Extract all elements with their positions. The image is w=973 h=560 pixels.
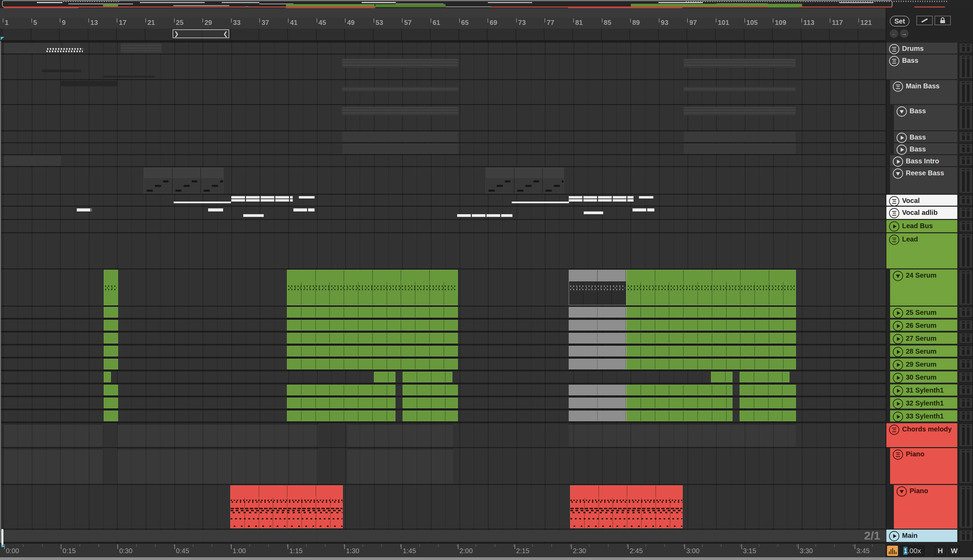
width-zoom-button[interactable]: W (949, 546, 960, 556)
clip[interactable] (104, 359, 118, 369)
clip[interactable] (287, 320, 458, 330)
clip[interactable] (486, 167, 564, 193)
clip[interactable] (626, 307, 796, 318)
fold-closed-icon[interactable] (893, 386, 903, 396)
group-track-icon[interactable] (889, 44, 899, 54)
clip[interactable] (639, 196, 653, 198)
clip[interactable] (47, 48, 83, 50)
group-track-icon[interactable] (889, 208, 899, 218)
fold-closed-icon[interactable] (893, 321, 903, 331)
clip[interactable] (569, 307, 626, 318)
clip[interactable] (287, 359, 458, 369)
clip[interactable] (4, 155, 61, 166)
clip[interactable] (569, 320, 626, 330)
track-header-bass[interactable]: Bass (894, 131, 957, 142)
fold-closed-icon[interactable] (893, 412, 903, 422)
clip[interactable] (42, 70, 81, 72)
track-header-main-bass[interactable]: Main Bass (890, 80, 957, 104)
clip[interactable] (287, 333, 458, 343)
track-header-bass-intro[interactable]: Bass Intro (890, 155, 957, 166)
fold-closed-icon[interactable] (896, 133, 907, 143)
clip[interactable] (294, 208, 315, 212)
track-header-31-sylenth1[interactable]: 31 Sylenth1 (890, 384, 957, 396)
track-row[interactable] (1, 207, 887, 219)
clip[interactable] (347, 423, 453, 447)
clip[interactable] (342, 59, 458, 68)
clip[interactable] (569, 398, 626, 408)
track-header-lead[interactable]: Lead (886, 233, 957, 268)
track-header-33-sylenth1[interactable]: 33 Sylenth1 (890, 410, 957, 422)
clip[interactable] (739, 372, 789, 382)
track-header-vocal-adlib[interactable]: Vocal adlib (886, 207, 957, 219)
clip[interactable] (342, 132, 458, 142)
scrub-area[interactable] (0, 28, 886, 42)
clip[interactable] (739, 398, 796, 408)
track-header-30-serum[interactable]: 30 Serum (890, 372, 957, 383)
clip[interactable] (684, 59, 796, 68)
lock-button[interactable] (935, 16, 951, 25)
set-button[interactable]: Set (890, 16, 910, 27)
track-header-24-serum[interactable]: 24 Serum (890, 270, 957, 306)
clip[interactable] (569, 359, 626, 369)
clip[interactable] (47, 50, 83, 52)
clip[interactable] (104, 333, 118, 343)
arrangement-area[interactable] (0, 41, 887, 543)
clip[interactable] (104, 372, 111, 382)
clip[interactable] (569, 333, 626, 343)
clip[interactable] (231, 199, 293, 202)
clip[interactable] (684, 132, 796, 142)
clip[interactable] (626, 398, 733, 408)
clip[interactable] (633, 208, 654, 212)
time-ruler[interactable]: 0:000:150:300:451:001:151:301:452:002:15… (0, 543, 886, 558)
clip[interactable] (626, 346, 796, 357)
back-arrow-button[interactable]: ← (890, 29, 898, 38)
clip[interactable] (626, 270, 796, 305)
clip[interactable] (287, 307, 458, 318)
clip[interactable] (512, 202, 569, 203)
track-row[interactable] (1, 80, 887, 104)
clip[interactable] (104, 307, 118, 318)
track-header-bass[interactable]: Bass (894, 143, 957, 154)
clip[interactable] (144, 167, 224, 193)
arrangement-overview[interactable] (0, 0, 973, 8)
fold-closed-icon[interactable] (896, 145, 907, 155)
track-header-29-serum[interactable]: 29 Serum (890, 358, 957, 370)
clip[interactable] (230, 485, 343, 528)
clip[interactable] (569, 346, 626, 357)
clip[interactable] (402, 398, 458, 408)
clip[interactable] (684, 107, 796, 115)
loop-brace[interactable]: ❯ ❮ (173, 29, 229, 38)
clip[interactable] (569, 196, 634, 198)
clip[interactable] (342, 87, 458, 92)
track-header-main[interactable]: Main (886, 530, 957, 542)
fold-open-icon[interactable] (896, 107, 907, 117)
fold-closed-icon[interactable] (893, 399, 903, 409)
clip[interactable] (739, 411, 796, 421)
clip[interactable] (287, 346, 458, 357)
fold-closed-icon[interactable] (893, 157, 903, 167)
clip[interactable] (684, 87, 796, 92)
fold-closed-icon[interactable] (889, 221, 899, 232)
clip[interactable] (287, 398, 396, 408)
audition-waveform-button[interactable] (887, 546, 898, 556)
clip[interactable] (121, 43, 161, 53)
clip[interactable] (4, 423, 103, 447)
clip[interactable] (569, 199, 634, 202)
clip[interactable] (374, 372, 396, 382)
clip[interactable] (104, 385, 118, 395)
group-track-icon[interactable] (893, 450, 903, 460)
track-header-bass[interactable]: Bass (886, 55, 957, 79)
clip[interactable] (402, 372, 452, 382)
clip[interactable] (243, 214, 264, 217)
playback-speed-field[interactable]: 1.00x (900, 546, 925, 556)
height-zoom-button[interactable]: H (935, 546, 946, 556)
clip[interactable] (104, 411, 118, 421)
track-header-32-sylenth1[interactable]: 32 Sylenth1 (890, 397, 957, 408)
clip[interactable] (402, 385, 458, 395)
clip[interactable] (231, 196, 293, 198)
track-header-piano[interactable]: Piano (890, 448, 957, 484)
clip[interactable] (104, 270, 118, 305)
clip[interactable] (402, 411, 458, 421)
clip[interactable] (342, 107, 458, 115)
clip[interactable] (174, 202, 231, 203)
